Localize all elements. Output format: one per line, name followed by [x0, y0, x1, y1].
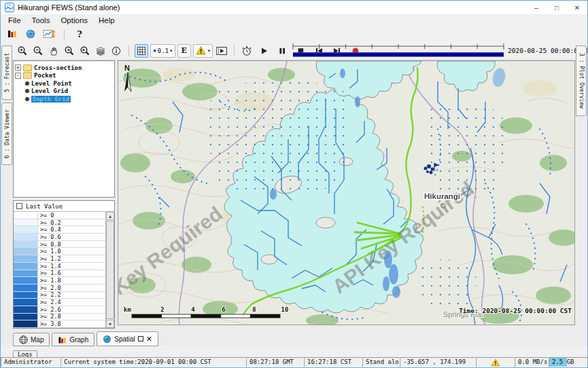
legend-row: >= 1.2	[14, 255, 105, 263]
status-memory: 2.5 GB	[549, 357, 588, 367]
labels-toggle-button[interactable]: E	[177, 44, 191, 58]
window-title: Hikurangi FEWS (Stand alone)	[18, 3, 120, 12]
selected-tree-label: Depth Grid	[31, 96, 71, 103]
folder-icon	[23, 65, 32, 71]
bullet-icon	[25, 97, 29, 101]
status-bar: Administrator Current system time:2020-0…	[1, 357, 588, 367]
pan-button[interactable]	[47, 44, 60, 58]
svg-text:N: N	[124, 64, 130, 72]
float-panel-icon[interactable]	[138, 336, 143, 342]
map-canvas[interactable]: API Key Required API Key Required Hikura…	[118, 61, 575, 325]
status-mode: Stand alone	[362, 357, 400, 367]
legend-swatch	[14, 320, 38, 327]
zoom-next-icon	[80, 45, 90, 56]
movie-export-button[interactable]	[215, 44, 228, 58]
legend-swatch	[14, 284, 38, 291]
legend-swatch	[14, 314, 38, 320]
collapse-icon[interactable]: -	[15, 73, 21, 79]
status-user: Administrator	[1, 357, 60, 367]
legend-row: >= 1.4	[14, 263, 105, 270]
menu-options[interactable]: Options	[55, 16, 93, 25]
interval-editor-button[interactable]	[42, 27, 56, 41]
chevron-down-icon: ▾	[170, 48, 173, 54]
map-toolbar: ●0.1▾ E ▾ 2020-08-25 00:00:00 CST	[1, 41, 587, 60]
map-view[interactable]: API Key Required API Key Required Hikura…	[118, 60, 575, 325]
legend-row: >= 1.8	[14, 277, 105, 284]
zoom-previous-button[interactable]	[63, 44, 76, 58]
tree-item-level-grid[interactable]: Level Grid	[15, 88, 113, 96]
bar-chart-icon	[58, 335, 67, 344]
warning-triangle-icon	[196, 45, 207, 56]
dot-icon: ●	[153, 48, 156, 54]
legend-swatch	[14, 234, 38, 240]
spatial-display-button[interactable]	[24, 27, 37, 41]
main-area: + Cross-section - Pocket Level Point Lev…	[1, 60, 588, 331]
sidebar-tab-forecast[interactable]: 5 : Forecast	[1, 45, 12, 100]
zoom-next-button[interactable]	[78, 44, 92, 58]
tree-item-depth-grid[interactable]: Depth Grid	[15, 95, 113, 103]
timeline-slider[interactable]	[292, 43, 505, 61]
tree-item-cross-section[interactable]: + Cross-section	[15, 64, 113, 72]
menu-tools[interactable]: Tools	[27, 16, 56, 25]
warning-threshold-dropdown[interactable]: ▾	[193, 44, 213, 58]
legend-swatch	[14, 270, 38, 277]
expand-icon[interactable]: +	[15, 65, 21, 71]
svg-text:km: km	[124, 306, 131, 313]
status-local-time: 16:27:18 CST	[304, 357, 362, 367]
last-value-checkbox[interactable]	[16, 203, 22, 209]
tree-item-pocket[interactable]: - Pocket	[15, 72, 113, 80]
main-toolbar: ?	[1, 26, 587, 41]
legend-swatch	[14, 306, 38, 313]
help-button[interactable]: ?	[73, 27, 86, 41]
tab-map[interactable]: Map	[13, 333, 50, 346]
layers-button[interactable]	[94, 44, 107, 58]
close-tab-icon[interactable]: ✕	[146, 335, 152, 344]
grid-display-toggle[interactable]	[135, 44, 148, 58]
question-mark-icon: ?	[77, 29, 82, 39]
chart-arrows-icon	[43, 29, 56, 39]
play-button[interactable]	[258, 45, 270, 57]
play-icon	[259, 46, 269, 56]
status-warning[interactable]	[476, 357, 515, 367]
info-icon	[111, 45, 122, 56]
sidebar-tab-data-viewer[interactable]: 6 : Data Viewer	[1, 103, 12, 165]
legend-table: >= 0 >= 0.2 >= 0.4 >= 0.6 >= 0.8 >= 1.0 …	[14, 212, 105, 328]
svg-text:8: 8	[252, 306, 256, 313]
tab-graph[interactable]: Graph	[52, 333, 94, 346]
timeseries-dialog-button[interactable]	[5, 27, 19, 41]
status-coordinates: -35.657 , 174.199	[400, 357, 476, 367]
pause-button[interactable]	[276, 45, 288, 57]
layer-tree: + Cross-section - Pocket Level Point Lev…	[13, 60, 115, 198]
scroll-up-icon[interactable]: ▲	[106, 212, 114, 220]
maximize-button[interactable]: □	[547, 1, 567, 14]
zoom-in-button[interactable]	[16, 44, 29, 58]
scroll-down-icon[interactable]: ▼	[106, 320, 114, 328]
zoom-previous-icon	[64, 45, 75, 56]
tree-item-level-point[interactable]: Level Point	[15, 79, 113, 88]
toolbar-separator	[234, 45, 235, 56]
sidebar-tab-plot-overview[interactable]: 3 : Plot Overview	[576, 45, 587, 116]
svg-text:10: 10	[281, 306, 289, 313]
zoom-out-button[interactable]	[31, 44, 45, 58]
legend-row: >= 0.8	[14, 241, 105, 249]
app-window: Hikurangi FEWS (Stand alone) – □ ✕ File …	[0, 0, 588, 368]
svg-text:4: 4	[191, 306, 195, 313]
legend-row: >= 0.6	[14, 234, 105, 241]
timeline-ruler	[292, 43, 505, 58]
globe-icon	[25, 29, 36, 39]
close-button[interactable]: ✕	[567, 1, 587, 14]
zoom-in-icon	[17, 45, 28, 56]
scroll-thumb[interactable]	[106, 221, 114, 319]
contour-interval-dropdown[interactable]: ●0.1▾	[150, 44, 175, 58]
town-label: Hikurangi	[424, 192, 460, 200]
legend-swatch	[14, 292, 38, 299]
menu-file[interactable]: File	[3, 16, 27, 25]
legend-scrollbar[interactable]: ▲ ▼	[105, 212, 114, 328]
status-network-rate: 0.0 MB/s	[515, 357, 549, 367]
legend-swatch	[14, 277, 38, 284]
minimize-button[interactable]: –	[526, 1, 547, 14]
animation-settings-button[interactable]	[240, 44, 254, 58]
menu-help[interactable]: Help	[93, 16, 120, 25]
tab-spatial[interactable]: Spatial ✕	[97, 331, 158, 346]
info-button[interactable]	[109, 44, 123, 58]
